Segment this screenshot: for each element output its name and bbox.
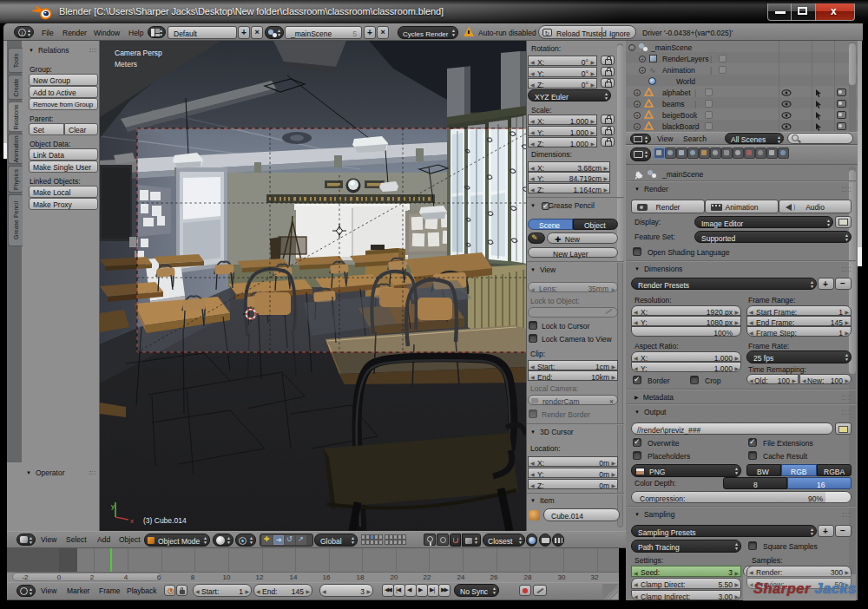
svg-text:x: x [130, 517, 134, 525]
svg-text:Meters: Meters [115, 60, 137, 69]
svg-text:y: y [111, 502, 115, 510]
svg-text:(3) Cube.014: (3) Cube.014 [143, 516, 187, 525]
svg-text:Camera Persp: Camera Persp [115, 49, 162, 57]
